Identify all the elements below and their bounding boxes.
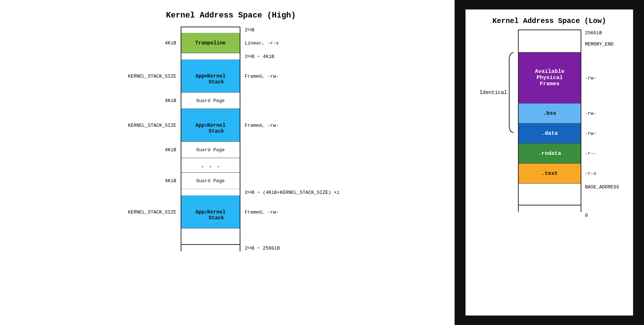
left-diagram: 4KiB KERNEL_STACK_SIZE 4KiB KERNEL_STACK… (122, 27, 339, 251)
app0-kernel-stack-block: App0KernelStack (181, 60, 240, 93)
size-label-10: KERNEL_STACK_SIZE (122, 196, 181, 228)
right-addr-3: -rw- (585, 103, 619, 124)
right-title: Kernel Address Space (Low) (492, 17, 606, 25)
app1-kernel-stack-block: App1KernelStack (181, 109, 240, 142)
right-addr-labels: 256GiB MEMORY_END -rw- -rw- -rw- -r-- -r… (581, 30, 619, 219)
addr-11 (245, 228, 339, 245)
size-label-6: 4KiB (122, 142, 181, 158)
right-white-top (519, 36, 581, 52)
addr-10: Framed, -rw- (245, 196, 339, 228)
addr-2: 264B − 4KiB (245, 53, 339, 60)
left-title: Kernel Address Space (High) (166, 11, 296, 20)
right-addr-9: 0 (585, 212, 619, 219)
right-addr-7: BASE_ADDRESS (585, 184, 619, 190)
size-label-3: KERNEL_STACK_SIZE (122, 60, 181, 93)
left-blocks: Trampoline App0KernelStack Guard Page Ap… (181, 27, 240, 251)
left-size-labels: 4KiB KERNEL_STACK_SIZE 4KiB KERNEL_STACK… (122, 27, 181, 251)
size-label-9 (122, 189, 181, 196)
data-block: .data (519, 124, 581, 144)
top-border-line (181, 27, 240, 33)
identical-area: Identical (479, 30, 518, 133)
addr-0: 264B (245, 27, 339, 33)
right-top-border (519, 30, 581, 36)
size-label-8: 4KiB (122, 173, 181, 189)
gap-3 (181, 245, 240, 251)
size-label-11 (122, 228, 181, 245)
addr-9: 264B − (4KiB+KERNEL_STACK_SIZE) × i (245, 189, 339, 196)
right-blocks: AvailablePhysicalFrames .bss .data .roda… (518, 30, 581, 212)
addr-8 (245, 173, 339, 189)
right-addr-4: -rw- (585, 124, 619, 144)
right-addr-6: -r-x (585, 164, 619, 184)
addr-12: 264B − 256GiB (245, 245, 339, 251)
gap-2 (181, 189, 240, 196)
rodata-block: .rodata (519, 144, 581, 164)
trampoline-block: Trampoline (181, 33, 240, 53)
size-label-5: KERNEL_STACK_SIZE (122, 109, 181, 142)
right-addr-1: MEMORY_END (585, 36, 619, 52)
size-label-7 (122, 158, 181, 173)
right-diagram: Identical AvailablePhysicalFrames .bss .… (479, 30, 619, 219)
ellipsis-block: . . . (181, 158, 240, 173)
addr-3: Framed, -rw- (245, 60, 339, 93)
right-addr-5: -r-- (585, 144, 619, 164)
size-label-2 (122, 53, 181, 60)
right-panel: Kernel Address Space (Low) Identical (455, 0, 644, 325)
appi-kernel-stack-block: AppiKernelStack (181, 196, 240, 228)
left-addr-labels: 264B Linear, -r-x 264B − 4KiB Framed, -r… (240, 27, 339, 251)
size-label-4: 4KiB (122, 93, 181, 109)
identical-label: Identical (479, 90, 507, 95)
available-physical-frames-block: AvailablePhysicalFrames (519, 52, 581, 103)
gap-1 (181, 53, 240, 60)
right-addr-0: 256GiB (585, 30, 619, 36)
right-addr-8 (585, 190, 619, 212)
addr-4 (245, 93, 339, 109)
right-addr-2: -rw- (585, 52, 619, 103)
addr-6 (245, 142, 339, 158)
right-white-bot (519, 184, 581, 205)
guard-page-1-block: Guard Page (181, 93, 240, 109)
addr-1: Linear, -r-x (245, 33, 339, 53)
left-panel: Kernel Address Space (High) 4KiB KERNEL_… (0, 0, 455, 325)
right-inner: Kernel Address Space (Low) Identical (466, 9, 633, 316)
identical-brace-row: Identical (479, 52, 515, 133)
right-bot-gap (519, 205, 581, 212)
size-label-0 (122, 27, 181, 33)
brace-icon (508, 52, 515, 133)
guard-page-3-block: Guard Page (181, 173, 240, 189)
bottom-block (181, 228, 240, 245)
size-label-1: 4KiB (122, 33, 181, 53)
addr-5: Framed, -rw- (245, 109, 339, 142)
addr-7 (245, 158, 339, 173)
size-label-12 (122, 245, 181, 251)
guard-page-2-block: Guard Page (181, 142, 240, 158)
bss-block: .bss (519, 103, 581, 124)
text-block: .text (519, 164, 581, 184)
